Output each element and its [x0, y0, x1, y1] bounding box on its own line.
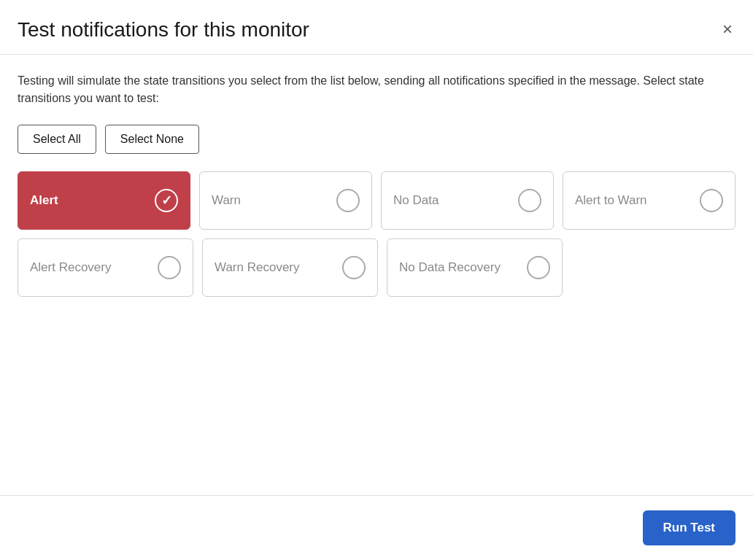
option-alert-recovery-radio [158, 256, 181, 279]
run-test-button[interactable]: Run Test [643, 510, 735, 545]
option-alert-to-warn-label: Alert to Warn [575, 192, 647, 209]
modal-title: Test notifications for this monitor [18, 18, 309, 42]
options-row-2: Alert Recovery Warn Recovery No Data Rec… [18, 238, 563, 297]
option-alert-to-warn[interactable]: Alert to Warn [563, 171, 735, 230]
modal: Test notifications for this monitor × Te… [0, 0, 753, 560]
option-warn-label: Warn [212, 192, 241, 209]
close-button[interactable]: × [719, 18, 735, 41]
options-row-1: Alert Warn No Data Alert to Warn [18, 171, 735, 230]
select-all-button[interactable]: Select All [18, 125, 96, 154]
option-no-data-recovery-label: No Data Recovery [399, 260, 501, 276]
option-alert-recovery-label: Alert Recovery [30, 260, 111, 276]
description-text: Testing will simulate the state transiti… [18, 72, 735, 107]
modal-body: Testing will simulate the state transiti… [0, 72, 753, 495]
option-no-data-radio [518, 189, 541, 212]
option-alert-recovery[interactable]: Alert Recovery [18, 238, 193, 297]
option-no-data[interactable]: No Data [381, 171, 554, 230]
modal-header: Test notifications for this monitor × [0, 0, 753, 54]
option-warn-recovery[interactable]: Warn Recovery [202, 238, 378, 297]
selection-buttons: Select All Select None [18, 125, 735, 154]
option-warn-radio [336, 189, 360, 212]
option-warn[interactable]: Warn [199, 171, 372, 230]
option-alert-radio [155, 189, 178, 212]
option-alert[interactable]: Alert [18, 171, 190, 230]
select-none-button[interactable]: Select None [105, 125, 199, 154]
modal-footer: Run Test [0, 495, 753, 560]
option-alert-to-warn-radio [700, 189, 723, 212]
header-divider [0, 54, 753, 55]
option-alert-label: Alert [30, 192, 58, 209]
option-warn-recovery-label: Warn Recovery [215, 260, 300, 276]
option-no-data-recovery-radio [527, 256, 550, 279]
option-no-data-recovery[interactable]: No Data Recovery [387, 238, 563, 297]
option-no-data-label: No Data [393, 192, 439, 209]
option-warn-recovery-radio [342, 256, 366, 279]
